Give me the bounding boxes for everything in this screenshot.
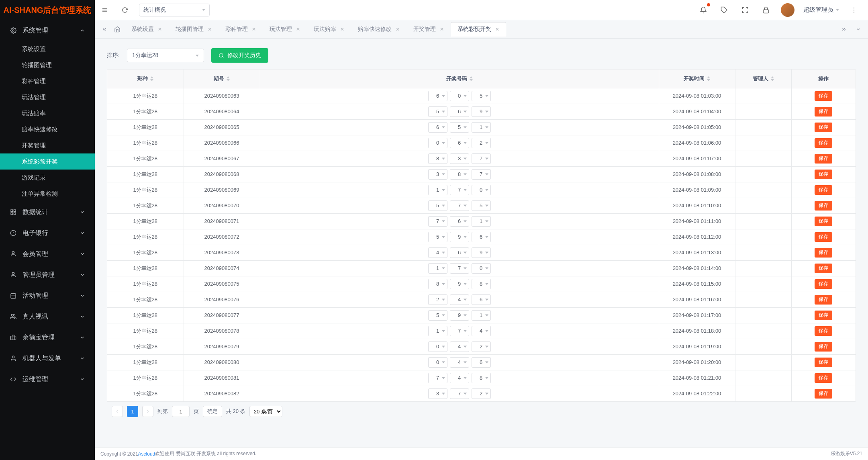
sidebar-group[interactable]: 余额宝管理 bbox=[0, 327, 95, 348]
number-select[interactable]: 6 bbox=[450, 216, 469, 227]
number-select[interactable]: 4 bbox=[428, 247, 447, 258]
number-select[interactable]: 8 bbox=[472, 373, 491, 383]
number-select[interactable]: 2 bbox=[472, 341, 491, 352]
number-select[interactable]: 4 bbox=[472, 326, 491, 336]
save-button[interactable]: 保存 bbox=[815, 217, 832, 226]
sidebar-group[interactable]: 活动管理 bbox=[0, 285, 95, 306]
tabs-dropdown[interactable] bbox=[853, 27, 864, 32]
sidebar-item[interactable]: 玩法管理 bbox=[0, 89, 95, 105]
tab[interactable]: 彩种管理✕ bbox=[219, 22, 263, 37]
number-select[interactable]: 5 bbox=[428, 106, 447, 117]
sidebar-group[interactable]: 运维管理 bbox=[0, 369, 95, 390]
footer-link[interactable]: Ascloud bbox=[138, 451, 155, 457]
tab[interactable]: 赔率快速修改✕ bbox=[351, 22, 406, 37]
number-select[interactable]: 5 bbox=[428, 200, 447, 211]
number-select[interactable]: 3 bbox=[450, 153, 469, 164]
number-select[interactable]: 9 bbox=[450, 232, 469, 242]
sidebar-group-system[interactable]: 系统管理 bbox=[0, 20, 95, 41]
number-select[interactable]: 3 bbox=[428, 388, 447, 399]
fullscreen-button[interactable] bbox=[739, 4, 751, 16]
number-select[interactable]: 3 bbox=[428, 169, 447, 180]
sidebar-item[interactable]: 轮播图管理 bbox=[0, 57, 95, 73]
close-icon[interactable]: ✕ bbox=[440, 27, 444, 32]
close-icon[interactable]: ✕ bbox=[158, 27, 162, 32]
number-select[interactable]: 4 bbox=[450, 294, 469, 305]
page-size-select[interactable]: 20 条/页 bbox=[249, 406, 282, 417]
menu-toggle-button[interactable] bbox=[99, 4, 111, 16]
th-lottery[interactable]: 彩种 bbox=[107, 70, 184, 88]
save-button[interactable]: 保存 bbox=[815, 342, 832, 352]
save-button[interactable]: 保存 bbox=[815, 170, 832, 179]
number-select[interactable]: 0 bbox=[472, 263, 491, 274]
number-select[interactable]: 1 bbox=[472, 310, 491, 321]
more-button[interactable] bbox=[848, 4, 860, 16]
tag-button[interactable] bbox=[718, 4, 730, 16]
number-select[interactable]: 4 bbox=[450, 373, 469, 383]
goto-input[interactable] bbox=[172, 406, 190, 417]
number-select[interactable]: 1 bbox=[428, 263, 447, 274]
save-button[interactable]: 保存 bbox=[815, 373, 832, 383]
page-next[interactable] bbox=[142, 406, 153, 417]
sidebar-item[interactable]: 注单异常检测 bbox=[0, 186, 95, 202]
save-button[interactable]: 保存 bbox=[815, 107, 832, 117]
close-icon[interactable]: ✕ bbox=[208, 27, 212, 32]
number-select[interactable]: 1 bbox=[428, 326, 447, 336]
number-select[interactable]: 5 bbox=[472, 91, 491, 101]
number-select[interactable]: 6 bbox=[450, 106, 469, 117]
lock-button[interactable] bbox=[760, 4, 772, 16]
number-select[interactable]: 6 bbox=[450, 247, 469, 258]
lottery-select[interactable]: 1分幸运28 bbox=[127, 49, 204, 62]
sidebar-group[interactable]: 会员管理 bbox=[0, 243, 95, 264]
tab[interactable]: 轮播图管理✕ bbox=[169, 22, 219, 37]
number-select[interactable]: 8 bbox=[428, 279, 447, 289]
sidebar-group[interactable]: 真人视讯 bbox=[0, 306, 95, 327]
number-select[interactable]: 9 bbox=[450, 310, 469, 321]
page-prev[interactable] bbox=[112, 406, 123, 417]
number-select[interactable]: 4 bbox=[450, 357, 469, 368]
number-select[interactable]: 5 bbox=[450, 122, 469, 133]
notifications-button[interactable] bbox=[697, 4, 709, 16]
stats-select[interactable]: 统计概况 bbox=[139, 4, 210, 16]
number-select[interactable]: 7 bbox=[450, 326, 469, 336]
close-icon[interactable]: ✕ bbox=[396, 27, 400, 32]
number-select[interactable]: 6 bbox=[472, 294, 491, 305]
number-select[interactable]: 9 bbox=[450, 279, 469, 289]
save-button[interactable]: 保存 bbox=[815, 123, 832, 132]
number-select[interactable]: 0 bbox=[428, 357, 447, 368]
number-select[interactable]: 7 bbox=[428, 373, 447, 383]
save-button[interactable]: 保存 bbox=[815, 279, 832, 289]
number-select[interactable]: 5 bbox=[428, 310, 447, 321]
save-button[interactable]: 保存 bbox=[815, 264, 832, 273]
number-select[interactable]: 7 bbox=[472, 153, 491, 164]
number-select[interactable]: 5 bbox=[428, 232, 447, 242]
sidebar-item[interactable]: 开奖管理 bbox=[0, 137, 95, 153]
number-select[interactable]: 5 bbox=[472, 200, 491, 211]
number-select[interactable]: 0 bbox=[428, 341, 447, 352]
save-button[interactable]: 保存 bbox=[815, 232, 832, 242]
number-select[interactable]: 4 bbox=[450, 341, 469, 352]
sidebar-item[interactable]: 系统设置 bbox=[0, 41, 95, 57]
number-select[interactable]: 7 bbox=[472, 169, 491, 180]
number-select[interactable]: 9 bbox=[472, 106, 491, 117]
save-button[interactable]: 保存 bbox=[815, 154, 832, 164]
number-select[interactable]: 0 bbox=[472, 185, 491, 195]
number-select[interactable]: 6 bbox=[472, 232, 491, 242]
number-select[interactable]: 7 bbox=[450, 200, 469, 211]
save-button[interactable]: 保存 bbox=[815, 248, 832, 258]
close-icon[interactable]: ✕ bbox=[296, 27, 300, 32]
number-select[interactable]: 7 bbox=[450, 388, 469, 399]
close-icon[interactable]: ✕ bbox=[252, 27, 256, 32]
save-button[interactable]: 保存 bbox=[815, 185, 832, 195]
tab[interactable]: 开奖管理✕ bbox=[406, 22, 451, 37]
tab[interactable]: 系统设置✕ bbox=[125, 22, 169, 37]
number-select[interactable]: 1 bbox=[428, 185, 447, 195]
reload-button[interactable] bbox=[119, 4, 131, 16]
save-button[interactable]: 保存 bbox=[815, 138, 832, 148]
number-select[interactable]: 8 bbox=[472, 279, 491, 289]
number-select[interactable]: 7 bbox=[428, 216, 447, 227]
sidebar-group[interactable]: 数据统计 bbox=[0, 202, 95, 223]
th-numbers[interactable]: 开奖号码 bbox=[260, 70, 659, 88]
avatar[interactable] bbox=[781, 3, 794, 17]
number-select[interactable]: 0 bbox=[450, 91, 469, 101]
number-select[interactable]: 2 bbox=[472, 388, 491, 399]
